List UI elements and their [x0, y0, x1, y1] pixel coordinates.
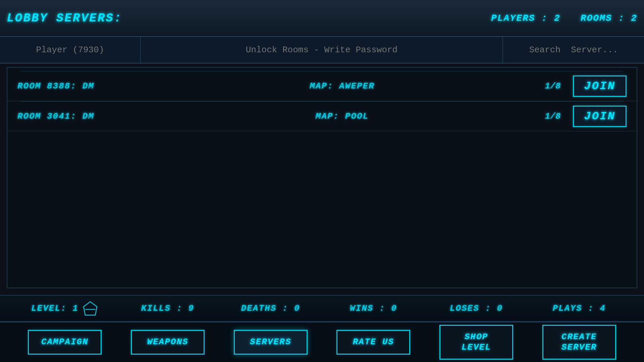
rooms-stat: ROOMS : 2: [581, 13, 637, 23]
join-button-1[interactable]: JOIN: [573, 75, 627, 97]
shop-level-button[interactable]: SHOP LEVEL: [439, 325, 513, 360]
room-list: ROOM 8388: DM MAP: AWEPER 1/8 JOIN ROOM …: [7, 68, 637, 135]
search-input[interactable]: [503, 37, 644, 63]
level-badge-icon: [82, 300, 99, 317]
rate-us-button[interactable]: RATE US: [336, 330, 410, 354]
room-players: 1/8: [533, 111, 573, 121]
svg-marker-0: [84, 302, 97, 315]
room-map: MAP: AWEPER: [152, 81, 533, 91]
level-stat: LEVEL: 1: [13, 300, 116, 317]
plays-stat: PLAYS : 4: [528, 303, 631, 313]
join-button-2[interactable]: JOIN: [573, 106, 627, 127]
password-input[interactable]: [141, 37, 503, 63]
wins-stat: WINS : 0: [322, 303, 425, 313]
players-stat: PLAYERS : 2: [491, 13, 560, 23]
room-name: ROOM 3041: DM: [17, 111, 152, 121]
kills-stat: KILLS : 9: [116, 303, 219, 313]
input-row: [0, 37, 644, 64]
nav-bar: CAMPAIGN WEAPONS SERVERS RATE US SHOP LE…: [0, 322, 644, 362]
player-input[interactable]: [0, 37, 141, 63]
room-map: MAP: POOL: [152, 111, 533, 121]
stats-bar: LEVEL: 1 KILLS : 9 DEATHS : 0 WINS : 0 L…: [0, 295, 644, 322]
header-stats: PLAYERS : 2 ROOMS : 2: [491, 13, 637, 23]
lobby-title: LOBBY SERVERS:: [7, 11, 148, 25]
servers-button[interactable]: SERVERS: [234, 330, 308, 354]
table-row: ROOM 8388: DM MAP: AWEPER 1/8 JOIN: [7, 71, 637, 101]
header: LOBBY SERVERS: PLAYERS : 2 ROOMS : 2: [0, 0, 644, 37]
loses-stat: LOSES : 0: [425, 303, 528, 313]
main-content: ROOM 8388: DM MAP: AWEPER 1/8 JOIN ROOM …: [7, 67, 637, 288]
create-server-button[interactable]: CREATE SERVER: [542, 325, 616, 360]
deaths-stat: DEATHS : 0: [219, 303, 322, 313]
campaign-button[interactable]: CAMPAIGN: [28, 330, 102, 354]
room-name: ROOM 8388: DM: [17, 81, 152, 91]
weapons-button[interactable]: WEAPONS: [131, 330, 205, 354]
table-row: ROOM 3041: DM MAP: POOL 1/8 JOIN: [7, 101, 637, 131]
room-players: 1/8: [533, 81, 573, 91]
